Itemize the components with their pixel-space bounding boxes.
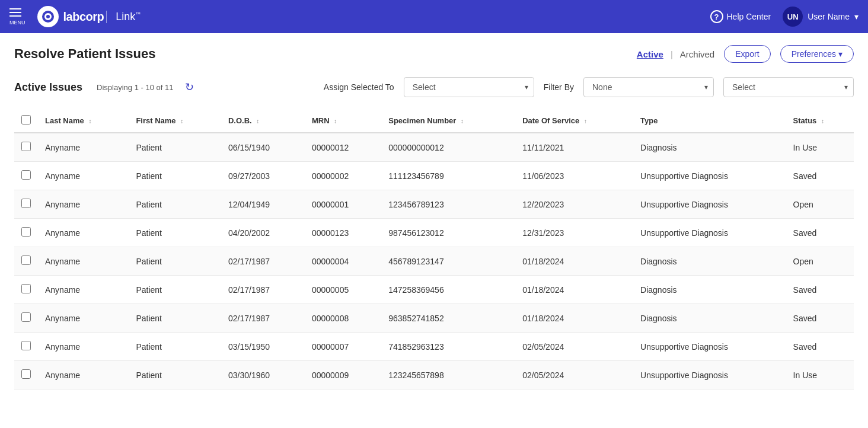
cell-date-of-service: 11/06/2023 <box>515 162 633 190</box>
select-all-checkbox[interactable] <box>21 115 31 124</box>
top-bar-right: Active | Archived Export Preferences ▾ <box>637 45 854 63</box>
cell-type: Unsupportive Diagnosis <box>633 162 786 190</box>
cell-dob: 12/04/1949 <box>221 190 305 219</box>
status-active-tab[interactable]: Active <box>637 49 663 59</box>
cell-dob: 09/27/2003 <box>221 162 305 190</box>
cell-type: Diagnosis <box>633 276 786 304</box>
cell-first-name: Patient <box>129 276 221 304</box>
cell-mrn: 00000002 <box>305 162 381 190</box>
cell-status: In Use <box>786 133 854 162</box>
cell-dob: 03/30/1960 <box>221 361 305 389</box>
cell-first-name: Patient <box>129 190 221 219</box>
header-right: ? Help Center UN User Name ▾ <box>710 7 859 27</box>
second-filter-select[interactable]: Select <box>723 77 854 97</box>
col-status[interactable]: Status ↕ <box>786 109 854 133</box>
row-checkbox[interactable] <box>21 255 31 265</box>
preferences-button[interactable]: Preferences ▾ <box>780 45 854 63</box>
displaying-count: Displaying 1 - 10 of 11 <box>97 83 173 92</box>
select-all-cell <box>14 109 38 133</box>
cell-specimen-number: 987456123012 <box>381 219 515 247</box>
cell-specimen-number: 111123456789 <box>381 162 515 190</box>
menu-label: MENU <box>9 20 25 25</box>
cell-last-name: Anyname <box>38 247 129 276</box>
row-checkbox[interactable] <box>21 170 31 180</box>
cell-last-name: Anyname <box>38 333 129 361</box>
row-checkbox[interactable] <box>21 199 31 208</box>
cell-mrn: 00000004 <box>305 247 381 276</box>
table-row: Anyname Patient 03/15/1950 00000007 7418… <box>14 333 854 361</box>
cell-type: Unsupportive Diagnosis <box>633 190 786 219</box>
cell-date-of-service: 01/18/2024 <box>515 304 633 333</box>
menu-icon[interactable]: MENU <box>9 8 25 25</box>
row-checkbox[interactable] <box>21 142 31 151</box>
table-row: Anyname Patient 12/04/1949 00000001 1234… <box>14 190 854 219</box>
cell-first-name: Patient <box>129 219 221 247</box>
col-specimen-number[interactable]: Specimen Number ↕ <box>381 109 515 133</box>
cell-last-name: Anyname <box>38 162 129 190</box>
table-header: Last Name ↕ First Name ↕ D.O.B. ↕ MRN ↕ … <box>14 109 854 133</box>
cell-last-name: Anyname <box>38 304 129 333</box>
col-mrn[interactable]: MRN ↕ <box>305 109 381 133</box>
col-last-name[interactable]: Last Name ↕ <box>38 109 129 133</box>
cell-last-name: Anyname <box>38 361 129 389</box>
row-checkbox[interactable] <box>21 369 31 379</box>
help-center-button[interactable]: ? Help Center <box>710 10 771 23</box>
col-first-name[interactable]: First Name ↕ <box>129 109 221 133</box>
table-body: Anyname Patient 06/15/1940 00000012 0000… <box>14 133 854 389</box>
cell-status: Open <box>786 190 854 219</box>
cell-specimen-number: 123245657898 <box>381 361 515 389</box>
cell-last-name: Anyname <box>38 219 129 247</box>
status-divider: | <box>671 49 673 59</box>
table-row: Anyname Patient 09/27/2003 00000002 1111… <box>14 162 854 190</box>
cell-date-of-service: 02/05/2024 <box>515 361 633 389</box>
table-row: Anyname Patient 02/17/1987 00000008 9638… <box>14 304 854 333</box>
cell-mrn: 00000123 <box>305 219 381 247</box>
svg-point-2 <box>46 15 50 18</box>
row-checkbox-cell <box>14 361 38 389</box>
status-tabs: Active | Archived <box>637 49 714 59</box>
user-name: User Name <box>808 12 850 21</box>
second-select-wrapper: Select ▾ <box>723 77 854 97</box>
col-dob[interactable]: D.O.B. ↕ <box>221 109 305 133</box>
cell-status: Open <box>786 247 854 276</box>
row-checkbox-cell <box>14 276 38 304</box>
cell-mrn: 00000012 <box>305 133 381 162</box>
col-type: Type <box>633 109 786 133</box>
row-checkbox-cell <box>14 247 38 276</box>
cell-mrn: 00000005 <box>305 276 381 304</box>
assign-select[interactable]: Select <box>404 77 534 97</box>
cell-first-name: Patient <box>129 162 221 190</box>
cell-last-name: Anyname <box>38 133 129 162</box>
cell-type: Unsupportive Diagnosis <box>633 219 786 247</box>
cell-status: Saved <box>786 304 854 333</box>
cell-specimen-number: 741852963123 <box>381 333 515 361</box>
row-checkbox[interactable] <box>21 284 31 293</box>
export-button[interactable]: Export <box>724 45 770 63</box>
page-content: Resolve Patient Issues Active | Archived… <box>0 33 868 428</box>
cell-mrn: 00000007 <box>305 333 381 361</box>
filter-select[interactable]: None <box>583 77 714 97</box>
status-archived-tab[interactable]: Archived <box>680 49 714 59</box>
col-date-of-service[interactable]: Date Of Service ↑ <box>515 109 633 133</box>
table-row: Anyname Patient 03/30/1960 00000009 1232… <box>14 361 854 389</box>
row-checkbox[interactable] <box>21 227 31 237</box>
cell-specimen-number: 963852741852 <box>381 304 515 333</box>
filter-select-wrapper: None ▾ <box>583 77 714 97</box>
cell-date-of-service: 02/05/2024 <box>515 333 633 361</box>
cell-type: Diagnosis <box>633 133 786 162</box>
cell-dob: 02/17/1987 <box>221 304 305 333</box>
logo-link-text: Link™ <box>106 11 141 23</box>
assign-selected-label: Assign Selected To <box>324 82 394 92</box>
header: MENU labcorp Link™ ? Help Center UN User… <box>0 0 868 33</box>
row-checkbox[interactable] <box>21 341 31 350</box>
refresh-icon[interactable]: ↻ <box>185 81 194 94</box>
row-checkbox[interactable] <box>21 312 31 322</box>
mrn-sort-icon: ↕ <box>334 118 337 124</box>
user-menu[interactable]: UN User Name ▾ <box>783 7 859 27</box>
cell-dob: 02/17/1987 <box>221 276 305 304</box>
cell-status: In Use <box>786 361 854 389</box>
cell-first-name: Patient <box>129 247 221 276</box>
cell-mrn: 00000001 <box>305 190 381 219</box>
last-name-sort-icon: ↕ <box>88 118 91 124</box>
row-checkbox-cell <box>14 219 38 247</box>
